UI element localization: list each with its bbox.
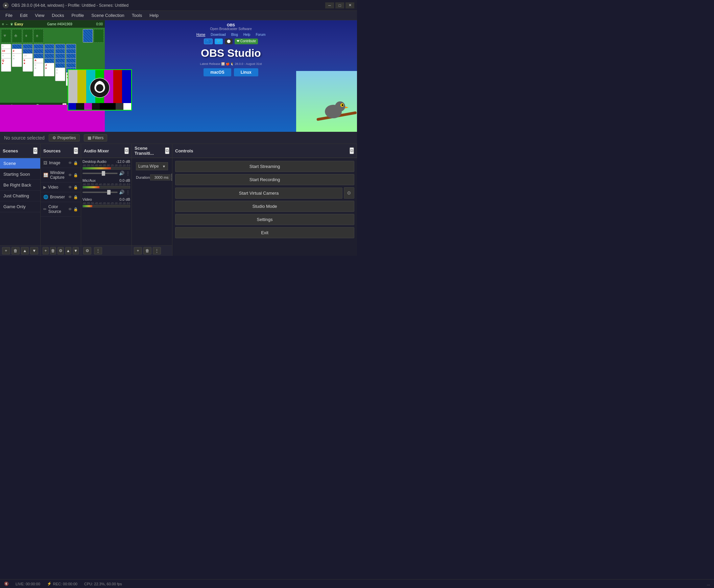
- sources-settings-btn[interactable]: ⚙: [58, 247, 64, 254]
- obs-contribute-btn[interactable]: ❤ Contribute: [234, 39, 258, 44]
- controls-dock-btn[interactable]: ⧉: [350, 147, 354, 154]
- scene-item-game-only[interactable]: Game Only: [0, 202, 40, 212]
- audio-track-desktop: Desktop Audio -12.0 dB -60-55-50-45-40-3…: [82, 160, 130, 176]
- scene-item-starting-soon[interactable]: Starting Soon: [0, 169, 40, 180]
- filters-button[interactable]: ▦ Filters: [84, 134, 107, 142]
- scene-item-be-right-back[interactable]: Be Right Back: [0, 180, 40, 191]
- mic-audio-menu[interactable]: ⋮: [126, 190, 130, 195]
- sources-dock-btn[interactable]: ⧉: [74, 147, 78, 154]
- settings-button[interactable]: Settings: [175, 214, 354, 225]
- suit-slot-1: ♥: [1, 29, 11, 43]
- source-eye-btn-2[interactable]: 👁: [68, 173, 72, 177]
- desktop-audio-menu[interactable]: ⋮: [126, 171, 130, 176]
- obs-social-buttons: 🔵 🐦 ⬤ ❤ Contribute: [107, 39, 354, 44]
- source-eye-btn-3[interactable]: 👁: [68, 185, 72, 190]
- source-lock-btn[interactable]: 🔒: [73, 161, 78, 165]
- source-item-browser[interactable]: 🌐 Browser 👁 🔒: [41, 192, 81, 202]
- linux-download-btn[interactable]: Linux: [234, 68, 258, 76]
- menu-tools[interactable]: Tools: [128, 12, 145, 19]
- source-lock-btn-5[interactable]: 🔒: [73, 207, 78, 212]
- source-item-image[interactable]: 🖼 Image 👁 🔒: [41, 158, 81, 168]
- source-item-color[interactable]: ✏ Color Source 👁 🔒: [41, 202, 81, 217]
- transitions-add-btn[interactable]: +: [134, 247, 142, 254]
- menu-edit[interactable]: Edit: [17, 12, 31, 19]
- source-item-video[interactable]: ▶ Video 👁 🔒: [41, 183, 81, 192]
- audio-dock-btn[interactable]: ⧉: [124, 147, 129, 154]
- preview-area: ≡ ← ♛ Easy Game #4041969 0:00 ♥ ♣ ♦ ♠: [0, 20, 357, 132]
- desktop-audio-meter: [82, 167, 130, 170]
- source-lock-btn-2[interactable]: 🔒: [73, 173, 78, 177]
- transitions-dock-btn[interactable]: ⧉: [165, 147, 169, 154]
- duration-input[interactable]: [150, 174, 170, 181]
- nav-blog[interactable]: Blog: [231, 33, 238, 37]
- obs-twitter-btn[interactable]: 🐦: [215, 39, 223, 44]
- scenes-panel-header: Scenes ⧉: [0, 144, 41, 158]
- minimize-button[interactable]: ─: [325, 2, 334, 8]
- no-source-label: No source selected: [4, 135, 45, 141]
- nav-home[interactable]: Home: [197, 33, 206, 37]
- nav-forum[interactable]: Forum: [256, 33, 265, 37]
- scenes-add-btn[interactable]: +: [2, 247, 10, 254]
- menu-view[interactable]: View: [32, 12, 48, 19]
- start-recording-button[interactable]: Start Recording: [175, 174, 354, 185]
- source-eye-btn[interactable]: 👁: [68, 161, 72, 165]
- scene-item-scene[interactable]: Scene: [0, 158, 40, 169]
- audio-menu-btn[interactable]: ⋮: [94, 247, 102, 254]
- transitions-menu-btn[interactable]: ⋮: [153, 247, 161, 254]
- sources-add-btn[interactable]: +: [43, 247, 49, 254]
- source-eye-btn-4[interactable]: 👁: [68, 195, 72, 200]
- scenes-footer: + 🗑 ▲ ▼: [0, 245, 40, 256]
- source-lock-btn-4[interactable]: 🔒: [73, 195, 78, 200]
- audio-panel-header: Audio Mixer ⧉: [81, 144, 132, 158]
- nav-download[interactable]: Download: [211, 33, 225, 37]
- scenes-remove-btn[interactable]: 🗑: [12, 247, 20, 254]
- scenes-down-btn[interactable]: ▼: [30, 247, 38, 254]
- start-virtual-camera-button[interactable]: Start Virtual Camera: [175, 188, 343, 199]
- desktop-audio-mute[interactable]: 🔊: [119, 171, 124, 176]
- desktop-audio-db: -12.0 dB: [116, 160, 130, 164]
- menu-docks[interactable]: Docks: [48, 12, 67, 19]
- exit-button[interactable]: Exit: [175, 227, 354, 238]
- duration-label: Duration: [136, 175, 150, 180]
- close-button[interactable]: ✕: [346, 2, 354, 8]
- properties-button[interactable]: ⚙ Properties: [49, 134, 80, 142]
- window-icon: 🪟: [43, 173, 48, 177]
- sources-down-btn[interactable]: ▼: [73, 247, 79, 254]
- source-item-window-capture[interactable]: 🪟 Window Capture 👁 🔒: [41, 168, 81, 183]
- transition-select[interactable]: Luma Wipe ▼: [136, 162, 168, 170]
- transitions-remove-btn[interactable]: 🗑: [143, 247, 151, 254]
- menu-file[interactable]: File: [2, 12, 16, 19]
- source-lock-btn-3[interactable]: 🔒: [73, 185, 78, 190]
- virtual-camera-row: Start Virtual Camera ⚙: [175, 187, 354, 199]
- solitaire-time: 0:00: [96, 22, 103, 26]
- macos-download-btn[interactable]: macOS: [204, 68, 231, 76]
- scenes-up-btn[interactable]: ▲: [21, 247, 29, 254]
- video-audio-db: 0.0 dB: [119, 197, 130, 202]
- svg-point-5: [335, 101, 345, 111]
- mic-audio-mute[interactable]: 🔊: [119, 190, 124, 195]
- source-eye-btn-5[interactable]: 👁: [68, 207, 72, 212]
- filter-icon: ▦: [87, 135, 91, 140]
- obs-discord-btn[interactable]: 🔵: [204, 39, 213, 44]
- audio-settings-btn[interactable]: ⚙: [83, 247, 91, 254]
- obs-studio-title: OBS Studio: [107, 47, 354, 60]
- menu-scene-collection[interactable]: Scene Collection: [88, 12, 128, 19]
- scenes-panel: Scene Starting Soon Be Right Back Just C…: [0, 158, 41, 256]
- obs-github-btn[interactable]: ⬤: [225, 39, 232, 44]
- nav-help[interactable]: Help: [243, 33, 250, 37]
- svg-point-7: [342, 104, 344, 106]
- maximize-button[interactable]: □: [335, 2, 344, 8]
- sources-remove-btn[interactable]: 🗑: [50, 247, 56, 254]
- desktop-audio-slider[interactable]: [82, 173, 118, 174]
- scene-item-just-chatting[interactable]: Just Chatting: [0, 191, 40, 202]
- sources-up-btn[interactable]: ▲: [65, 247, 72, 254]
- sources-list: 🖼 Image 👁 🔒 🪟 Window Capture 👁 🔒: [41, 158, 81, 245]
- start-streaming-button[interactable]: Start Streaming: [175, 161, 354, 172]
- virtual-camera-settings-btn[interactable]: ⚙: [344, 187, 354, 199]
- menu-profile[interactable]: Profile: [68, 12, 87, 19]
- scenes-dock-btn[interactable]: ⧉: [33, 147, 38, 154]
- col4-c5: K♣: [34, 63, 44, 76]
- menu-help[interactable]: Help: [146, 12, 162, 19]
- studio-mode-button[interactable]: Studio Mode: [175, 201, 354, 212]
- mic-audio-slider[interactable]: [82, 192, 118, 193]
